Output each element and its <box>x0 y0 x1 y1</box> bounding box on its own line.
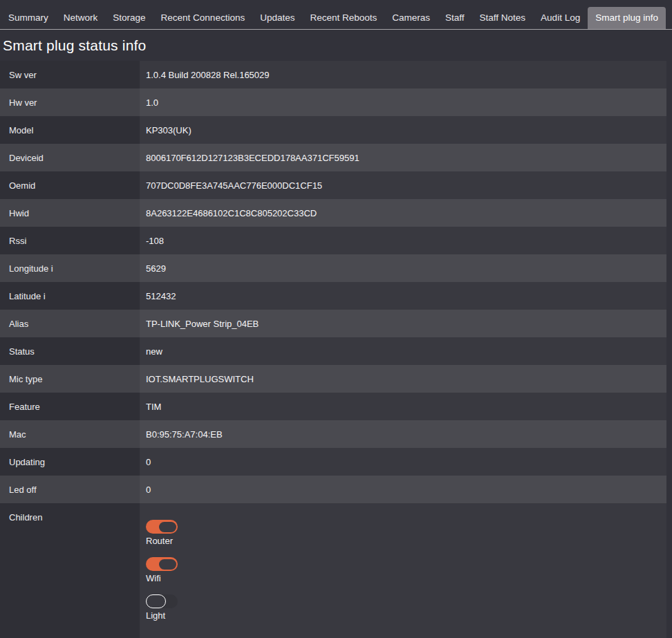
row-label: Sw ver <box>0 61 140 88</box>
row-value: 0 <box>140 448 666 476</box>
row-label: Latitude i <box>0 282 140 310</box>
toggle-group-light: Light <box>146 594 178 621</box>
tab-updates[interactable]: Updates <box>252 7 302 29</box>
row-value: new <box>140 337 666 365</box>
row-value: 1.0.4 Build 200828 Rel.165029 <box>140 61 666 88</box>
children-toggles: Router Wifi Light <box>140 503 666 638</box>
row-label: Mac <box>0 420 140 448</box>
row-value: 512432 <box>140 282 666 310</box>
row-value: 707DC0D8FE3A745AAC776E000DC1CF15 <box>140 171 666 199</box>
wifi-toggle[interactable] <box>146 557 178 571</box>
row-label: Longitude i <box>0 254 140 282</box>
row-label: Alias <box>0 310 140 337</box>
row-label: Hwid <box>0 199 140 227</box>
tab-recent-connections[interactable]: Recent Connections <box>153 7 253 29</box>
row-label: Oemid <box>0 171 140 199</box>
row-value: KP303(UK) <box>140 116 666 144</box>
toggle-label: Wifi <box>146 573 178 583</box>
page-title: Smart plug status info <box>3 37 672 55</box>
table-row-mic-type: Mic type IOT.SMARTPLUGSWITCH <box>0 365 666 393</box>
table-row-alias: Alias TP-LINK_Power Strip_04EB <box>0 310 666 337</box>
tab-storage[interactable]: Storage <box>105 7 153 29</box>
title-area: Smart plug status info <box>0 30 672 61</box>
toggle-knob <box>146 594 166 608</box>
toggle-group-router: Router <box>146 520 178 546</box>
toggle-label: Router <box>146 536 178 546</box>
row-label: Model <box>0 116 140 144</box>
tab-recent-reboots[interactable]: Recent Reboots <box>302 7 384 29</box>
table-row-updating: Updating 0 <box>0 448 666 476</box>
table-row-hw-ver: Hw ver 1.0 <box>0 88 666 116</box>
row-label: Hw ver <box>0 88 140 116</box>
row-label: Mic type <box>0 365 140 393</box>
row-label: Led off <box>0 476 140 503</box>
router-toggle[interactable] <box>146 520 178 534</box>
table-row-hwid: Hwid 8A263122E4686102C1C8C805202C33CD <box>0 199 666 227</box>
row-value: B0:95:75:A7:04:EB <box>140 420 666 448</box>
table-row-children: Children Router Wifi Light <box>0 503 666 638</box>
table-row-mac: Mac B0:95:75:A7:04:EB <box>0 420 666 448</box>
smart-plug-info-table: Sw ver 1.0.4 Build 200828 Rel.165029 Hw … <box>0 61 666 638</box>
tab-staff-notes[interactable]: Staff Notes <box>472 7 534 29</box>
row-label: Feature <box>0 393 140 420</box>
row-value: 8A263122E4686102C1C8C805202C33CD <box>140 199 666 227</box>
light-toggle[interactable] <box>146 594 178 608</box>
tab-cameras[interactable]: Cameras <box>384 7 438 29</box>
row-label: Status <box>0 337 140 365</box>
table-row-deviceid: Deviceid 8006170F612D127123B3ECEDD178AA3… <box>0 144 666 171</box>
row-value: 5629 <box>140 254 666 282</box>
tab-audit-log[interactable]: Audit Log <box>533 7 588 29</box>
table-row-rssi: Rssi -108 <box>0 227 666 254</box>
toggle-label: Light <box>146 610 178 621</box>
tab-network[interactable]: Network <box>56 7 106 29</box>
tab-smart-plug-info[interactable]: Smart plug info <box>588 7 666 29</box>
row-label: Updating <box>0 448 140 476</box>
toggle-group-wifi: Wifi <box>146 557 178 583</box>
row-value: -108 <box>140 227 666 254</box>
row-value: TP-LINK_Power Strip_04EB <box>140 310 666 337</box>
table-row-status: Status new <box>0 337 666 365</box>
row-label: Rssi <box>0 227 140 254</box>
toggle-knob <box>159 559 176 570</box>
table-row-feature: Feature TIM <box>0 393 666 420</box>
row-value: TIM <box>140 393 666 420</box>
tab-staff[interactable]: Staff <box>438 7 472 29</box>
table-row-latitude-i: Latitude i 512432 <box>0 282 666 310</box>
table-row-longitude-i: Longitude i 5629 <box>0 254 666 282</box>
row-value: 0 <box>140 476 666 503</box>
toggle-knob <box>159 522 176 532</box>
table-row-sw-ver: Sw ver 1.0.4 Build 200828 Rel.165029 <box>0 61 666 88</box>
row-value: 8006170F612D127123B3ECEDD178AA371CF59591 <box>140 144 666 171</box>
row-value: 1.0 <box>140 88 666 116</box>
row-label: Children <box>0 503 140 638</box>
row-value: IOT.SMARTPLUGSWITCH <box>140 365 666 393</box>
tab-bar: Summary Network Storage Recent Connectio… <box>0 0 672 30</box>
tab-summary[interactable]: Summary <box>1 7 56 29</box>
table-row-oemid: Oemid 707DC0D8FE3A745AAC776E000DC1CF15 <box>0 171 666 199</box>
table-row-led-off: Led off 0 <box>0 476 666 503</box>
table-row-model: Model KP303(UK) <box>0 116 666 144</box>
row-label: Deviceid <box>0 144 140 171</box>
